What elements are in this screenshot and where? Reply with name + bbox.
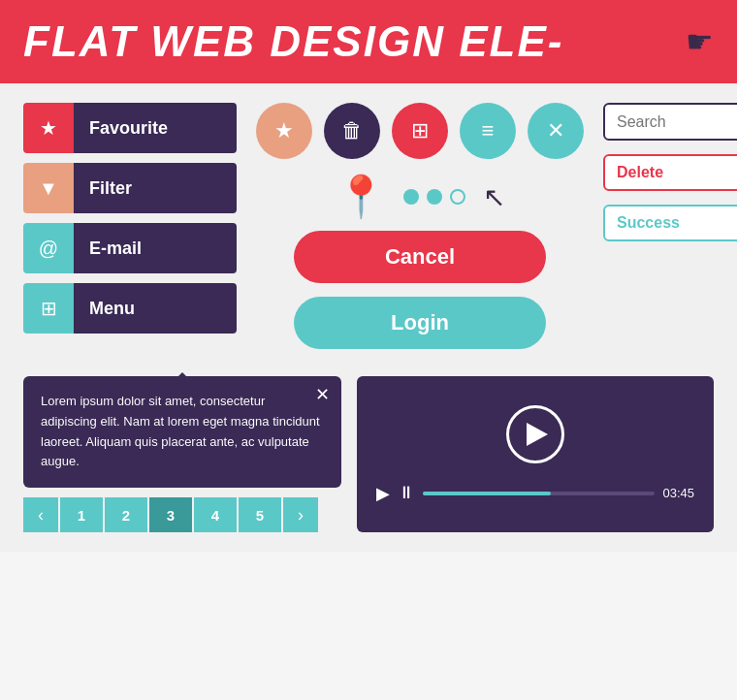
pagination: ‹ 1 2 3 4 5 › [23, 497, 341, 532]
video-player: ▶ ⏸ 03:45 [357, 376, 714, 532]
page-5-button[interactable]: 5 [239, 497, 281, 532]
tooltip-close-button[interactable]: ✕ [315, 386, 330, 403]
delete-box: Delete ✕ [603, 154, 737, 191]
play-triangle-icon [527, 423, 548, 446]
play-button[interactable] [506, 405, 564, 463]
success-label: Success [617, 214, 737, 232]
cancel-button[interactable]: Cancel [294, 231, 546, 283]
email-button[interactable]: @ E-mail [23, 223, 237, 273]
success-box: Success ✓ [603, 205, 737, 241]
cursor-icon: ☛ [686, 23, 714, 60]
video-progress-fill [423, 492, 551, 495]
filter-label: Filter [74, 163, 237, 213]
favourite-button[interactable]: ★ Favourite [23, 103, 237, 153]
video-controls: ▶ ⏸ 03:45 [376, 483, 694, 504]
header: FLAT WEB DESIGN ELE- ☛ [0, 0, 737, 83]
left-bottom: ✕ Lorem ipsum dolor sit amet, consectetu… [23, 376, 341, 532]
circle-trash-button[interactable]: 🗑 [324, 103, 380, 159]
at-icon: @ [23, 223, 74, 273]
email-label: E-mail [74, 223, 237, 273]
menu-label: Menu [74, 283, 237, 334]
star-icon: ★ [23, 103, 74, 153]
dots-indicator [403, 189, 465, 205]
login-button[interactable]: Login [294, 297, 546, 349]
circle-star-button[interactable]: ★ [256, 103, 312, 159]
arrow-cursor-icon: ↖ [483, 181, 505, 213]
next-page-button[interactable]: › [283, 497, 318, 532]
pin-dots-row: 📍 ↖ [336, 176, 505, 217]
page-4-button[interactable]: 4 [194, 497, 237, 532]
delete-label: Delete [617, 164, 737, 181]
page-3-button[interactable]: 3 [149, 497, 192, 532]
video-time: 03:45 [662, 486, 694, 500]
favourite-label: Favourite [74, 103, 237, 153]
middle-col: ★ 🗑 ⊞ ≡ ✕ 📍 ↖ Cancel Login [256, 103, 584, 349]
tooltip-box: ✕ Lorem ipsum dolor sit amet, consectetu… [23, 376, 341, 488]
menu-button[interactable]: ⊞ Menu [23, 283, 237, 334]
dot-2 [427, 189, 442, 205]
grid-icon: ⊞ [23, 283, 74, 334]
search-input[interactable] [617, 113, 737, 131]
right-col: 🔍 Delete ✕ Success ✓ [603, 103, 737, 241]
prev-page-button[interactable]: ‹ [23, 497, 58, 532]
video-pause-icon[interactable]: ⏸ [398, 483, 415, 503]
video-progress-bar[interactable] [423, 492, 655, 495]
page-1-button[interactable]: 1 [60, 497, 103, 532]
circle-close-button[interactable]: ✕ [528, 103, 584, 159]
tooltip-text: Lorem ipsum dolor sit amet, consectetur … [41, 394, 320, 468]
circle-grid-button[interactable]: ⊞ [392, 103, 448, 159]
dot-3 [450, 189, 465, 205]
search-box: 🔍 [603, 103, 737, 141]
dot-1 [403, 189, 419, 205]
pin-icon: 📍 [336, 176, 386, 217]
header-title: FLAT WEB DESIGN ELE- [23, 17, 563, 66]
row1: ★ Favourite ▼ Filter @ E-mail ⊞ Menu [23, 103, 714, 349]
page-2-button[interactable]: 2 [105, 497, 147, 532]
left-col: ★ Favourite ▼ Filter @ E-mail ⊞ Menu [23, 103, 237, 334]
circle-menu-button[interactable]: ≡ [460, 103, 516, 159]
circle-icons-row: ★ 🗑 ⊞ ≡ ✕ [256, 103, 584, 159]
filter-button[interactable]: ▼ Filter [23, 163, 237, 213]
filter-icon: ▼ [23, 163, 74, 213]
bottom-section: ✕ Lorem ipsum dolor sit amet, consectetu… [23, 376, 714, 532]
video-play-icon[interactable]: ▶ [376, 483, 390, 504]
main-content: ★ Favourite ▼ Filter @ E-mail ⊞ Menu [0, 83, 737, 552]
